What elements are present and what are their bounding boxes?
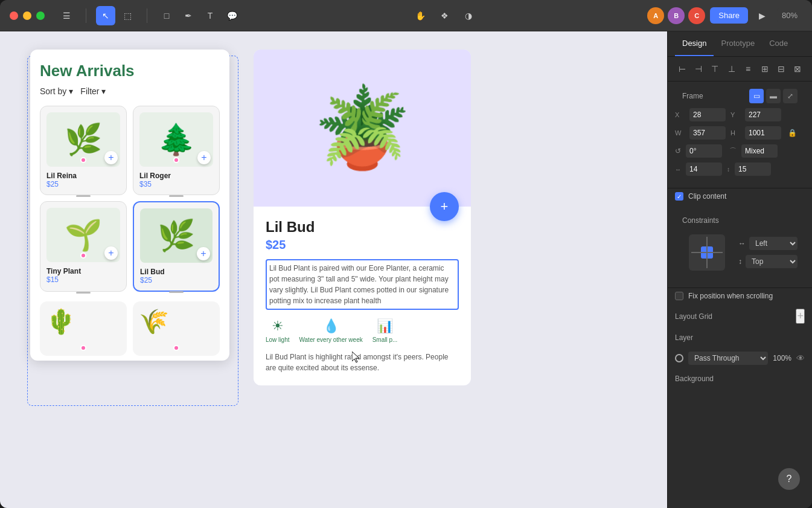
mask-tool-button[interactable]: ◑ [459, 6, 478, 25]
resize-lock-button[interactable]: 🔒 [786, 127, 798, 139]
center-tools: ✋ ❖ ◑ [411, 6, 478, 25]
product-card-reina[interactable]: 🌿 + Lil Reina $25 [40, 106, 127, 195]
hand-tool-button[interactable]: ✋ [411, 6, 430, 25]
detail-description: Lil Bud Plant is paired with our Eore Pl… [266, 259, 459, 310]
phone-mockup: New Arrivals Sort by ▾ Filter ▾ [30, 50, 229, 361]
clip-content-row: ✓ Clip content [668, 188, 812, 204]
dot-roger [173, 157, 179, 163]
vertical-constraint-select[interactable]: Top Bottom Center Scale [746, 255, 798, 268]
frame-tool-button[interactable]: ⬚ [118, 6, 137, 25]
frame-landscape-btn[interactable]: ▬ [766, 89, 781, 103]
pen-tool-button[interactable]: ✒ [179, 6, 198, 25]
menu-button[interactable]: ☰ [57, 6, 76, 25]
rotation-icon: ↺ [675, 147, 681, 155]
constraints-section: Constraints ↔ Left Right [668, 204, 812, 288]
product-price-bud: $25 [140, 276, 213, 285]
app-window: ☰ ↖ ⬚ □ ✒ T 💬 ✋ ❖ ◑ A B C Share [0, 0, 812, 508]
align-bottom-button[interactable]: ⊞ [758, 62, 772, 76]
component-tool-button[interactable]: ❖ [435, 6, 454, 25]
shape-tool-button[interactable]: □ [157, 6, 176, 25]
distribute-v-button[interactable]: ⊠ [791, 62, 805, 76]
filter-row: Sort by ▾ Filter ▾ [40, 86, 220, 96]
y-input[interactable] [745, 108, 781, 121]
sort-by-label: Sort by [40, 86, 66, 96]
detail-product-price: $25 [266, 238, 459, 252]
layer-row: Pass Through Normal Multiply Screen 100%… [668, 347, 812, 370]
add-layout-grid-button[interactable]: + [796, 309, 805, 324]
add-btn-bud[interactable]: + [197, 247, 210, 260]
product-name-tiny: Tiny Plant [46, 267, 120, 275]
product-price-reina: $25 [46, 180, 120, 188]
background-title: Background [675, 375, 714, 383]
align-left-button[interactable]: ⊢ [675, 62, 689, 76]
play-button[interactable]: ▶ [753, 6, 772, 25]
frame-expand-btn[interactable]: ⤢ [783, 89, 798, 103]
layer-header: Layer [668, 329, 812, 347]
product-card-6[interactable]: 🌾 [133, 301, 220, 356]
maximize-button[interactable] [36, 11, 45, 20]
horizontal-constraint-select[interactable]: Left Right Center Scale [749, 237, 798, 250]
blend-mode-select[interactable]: Pass Through Normal Multiply Screen [688, 352, 768, 365]
layout-grid-title: Layout Grid [675, 312, 712, 321]
w-input[interactable] [689, 126, 726, 140]
share-button[interactable]: Share [710, 7, 748, 24]
padding-v-input[interactable] [735, 162, 771, 176]
tab-design[interactable]: Design [675, 31, 714, 56]
minimize-button[interactable] [23, 11, 31, 20]
rotation-input[interactable] [686, 144, 722, 158]
constraints-title: Constraints [682, 216, 719, 225]
help-button[interactable]: ? [778, 468, 800, 490]
products-grid-2: 🌵 🌾 [40, 301, 220, 361]
product-detail-panel: 🪴 + Lil Bud $25 Lil Bud Plant is paired … [254, 50, 471, 385]
corner-icon: ⌒ [729, 146, 737, 156]
product-name-roger: Lil Roger [139, 172, 213, 180]
canvas-area[interactable]: New Arrivals Sort by ▾ Filter ▾ [0, 31, 667, 508]
padding-row: ↔ ↕ [675, 162, 805, 176]
add-btn-tiny[interactable]: + [104, 246, 118, 260]
clip-content-checkbox[interactable]: ✓ [675, 192, 683, 201]
product-card-bud[interactable]: 🌿 + Lil Bud $25 [133, 201, 220, 292]
dot-tiny [80, 252, 86, 259]
vertical-constraint-row: ↕ Top Bottom Center Scale [738, 255, 798, 268]
text-tool-button[interactable]: T [200, 6, 220, 25]
h-input[interactable] [745, 126, 781, 140]
traffic-lights [10, 11, 45, 20]
close-button[interactable] [10, 11, 18, 20]
product-card-5[interactable]: 🌵 [40, 301, 127, 356]
align-middle-v-button[interactable]: ≡ [741, 62, 755, 76]
corner-input[interactable] [741, 144, 778, 158]
products-grid: 🌿 + Lil Reina $25 🌲 + [40, 106, 220, 301]
select-tool-button[interactable]: ↖ [96, 6, 115, 25]
filter-button[interactable]: Filter ▾ [80, 86, 106, 96]
add-btn-reina[interactable]: + [104, 151, 118, 164]
align-center-h-button[interactable]: ⊣ [691, 62, 705, 76]
layer-blend-icon [675, 354, 683, 362]
align-top-button[interactable]: ⊥ [724, 62, 738, 76]
product-card-tiny[interactable]: 🌱 + Tiny Plant $15 [40, 201, 127, 292]
x-label: X [675, 111, 685, 118]
padding-h-input[interactable] [686, 162, 722, 176]
new-arrivals-title: New Arrivals [40, 62, 220, 80]
distribute-h-button[interactable]: ⊟ [774, 62, 788, 76]
visibility-icon[interactable]: 👁 [796, 353, 805, 363]
comment-tool-button[interactable]: 💬 [222, 6, 241, 25]
x-input[interactable] [689, 108, 726, 121]
plant-icon-tiny: 🌱 [65, 217, 102, 252]
frame-portrait-btn[interactable]: ▭ [749, 89, 764, 103]
fix-position-checkbox[interactable] [675, 292, 683, 300]
detail-hero-plant-icon: 🪴 [313, 82, 411, 174]
left-tools: ☰ [57, 6, 76, 25]
fix-position-row: Fix position when scrolling [668, 288, 812, 304]
frame-row: Frame ▭ ▬ ⤢ [675, 89, 805, 108]
add-to-cart-button[interactable]: + [430, 192, 459, 221]
sort-by-button[interactable]: Sort by ▾ [40, 86, 73, 96]
tab-code[interactable]: Code [762, 31, 795, 56]
low-light-label: Low light [266, 336, 289, 343]
tab-prototype[interactable]: Prototype [714, 31, 762, 56]
product-card-roger[interactable]: 🌲 + Lil Roger $35 [133, 106, 220, 195]
zoom-indicator[interactable]: 80% [777, 8, 802, 22]
horizontal-constraint-row: ↔ Left Right Center Scale [738, 237, 798, 250]
align-right-button[interactable]: ⊤ [708, 62, 722, 76]
low-light-icon: ☀ [272, 318, 284, 334]
add-btn-roger[interactable]: + [197, 151, 211, 164]
